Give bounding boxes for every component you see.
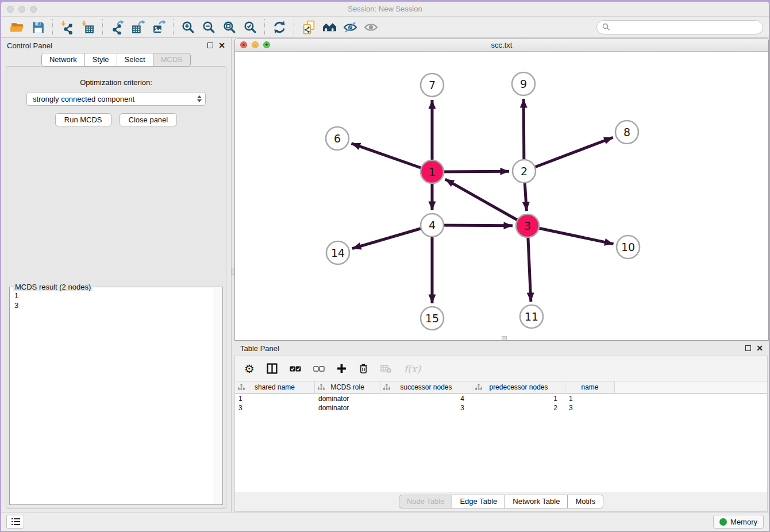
show-all-button[interactable]	[360, 18, 381, 36]
deselect-all-columns-button[interactable]	[313, 366, 325, 372]
task-history-button[interactable]	[6, 515, 24, 529]
search-input[interactable]	[613, 23, 757, 32]
fx-icon: f(x)	[404, 363, 421, 375]
graph-edge-1-6[interactable]	[352, 144, 432, 172]
zoom-selected-icon	[243, 20, 257, 34]
run-mcds-button[interactable]: Run MCDS	[55, 113, 111, 126]
export-table-button[interactable]	[128, 18, 148, 36]
float-panel-icon[interactable]	[207, 43, 213, 48]
toolbar-separator	[52, 19, 53, 35]
tab-node-table[interactable]: Node Table	[399, 495, 453, 508]
tab-select[interactable]: Select	[117, 53, 153, 67]
delete-table-button[interactable]	[380, 364, 392, 373]
save-session-button[interactable]	[28, 18, 48, 36]
create-column-button[interactable]	[337, 364, 346, 373]
toolbar-separator	[102, 19, 103, 35]
table-header: shared name MCDS role	[235, 381, 767, 394]
zoom-out-button[interactable]	[198, 18, 219, 36]
graph-edge-3-10[interactable]	[528, 226, 614, 244]
close-panel-icon[interactable]: ✕	[218, 43, 225, 48]
network-splitter-grip-icon[interactable]	[502, 336, 507, 340]
column-header-name[interactable]: name	[565, 381, 615, 393]
search-field[interactable]	[596, 20, 763, 34]
graph-edge-2-8[interactable]	[524, 137, 613, 171]
criterion-select[interactable]: strongly connected component	[26, 92, 206, 106]
graph-node-2[interactable]: 2	[513, 160, 536, 183]
tab-mcds[interactable]: MCDS	[153, 53, 191, 67]
function-builder-button[interactable]: f(x)	[404, 363, 421, 375]
svg-text:10: 10	[621, 241, 635, 253]
open-session-button[interactable]	[7, 18, 28, 36]
tab-motifs[interactable]: Motifs	[568, 495, 603, 508]
svg-text:14: 14	[331, 246, 345, 259]
zoom-in-button[interactable]	[178, 18, 198, 36]
graph-node-10[interactable]: 10	[617, 236, 640, 259]
graph-node-7[interactable]: 7	[421, 74, 444, 97]
graph-node-15[interactable]: 15	[421, 307, 444, 330]
memory-button[interactable]: Memory	[713, 515, 764, 529]
tab-edge-table[interactable]: Edge Table	[452, 495, 505, 508]
close-panel-button[interactable]: Close panel	[120, 113, 178, 126]
graph-edge-4-14[interactable]	[352, 225, 432, 249]
svg-text:3: 3	[524, 219, 531, 232]
node-table: shared name MCDS role	[235, 381, 767, 492]
table-row[interactable]: 3dominator323	[235, 403, 767, 413]
column-header-filler	[615, 381, 767, 393]
control-panel: Control Panel ✕ Network Style Select MCD…	[1, 38, 231, 512]
mcds-result-list[interactable]: 13	[10, 288, 213, 504]
tab-network[interactable]: Network	[41, 53, 85, 67]
hide-selected-button[interactable]	[340, 18, 360, 36]
app-window: Session: New Session	[0, 0, 770, 532]
table-settings-button[interactable]: ⚙	[244, 363, 255, 375]
column-header-mcds-role[interactable]: MCDS role	[315, 381, 380, 393]
zoom-fit-icon	[222, 20, 237, 34]
column-type-icon	[475, 384, 482, 392]
graph-node-1[interactable]: 1	[421, 160, 444, 183]
graph-node-9[interactable]: 9	[512, 72, 535, 95]
table-mode-button[interactable]	[267, 363, 278, 374]
table-cell: 3	[565, 403, 615, 413]
export-table-icon	[131, 20, 145, 34]
table-row[interactable]: 1dominator411	[235, 394, 767, 403]
eye-slash-icon	[343, 20, 357, 34]
column-header-shared-name[interactable]: shared name	[235, 381, 315, 393]
graph-node-3[interactable]: 3	[516, 214, 539, 237]
split-columns-icon	[267, 363, 278, 374]
graph-node-8[interactable]: 8	[615, 121, 638, 144]
export-network-button[interactable]	[107, 18, 128, 36]
float-table-panel-icon[interactable]	[745, 345, 751, 351]
column-header-predecessor-nodes[interactable]: predecessor nodes	[472, 381, 565, 393]
delete-table-icon	[380, 364, 392, 373]
select-all-columns-button[interactable]	[290, 366, 301, 372]
network-window-titlebar: × – + scc.txt	[235, 38, 768, 52]
graph-node-4[interactable]: 4	[421, 214, 444, 237]
delete-column-button[interactable]	[359, 363, 368, 374]
first-neighbors-button[interactable]	[319, 18, 340, 36]
close-table-panel-icon[interactable]: ✕	[756, 345, 763, 351]
mcds-result-group: MCDS result (2 nodes) 13	[9, 287, 223, 505]
duplicate-network-button[interactable]	[298, 18, 319, 36]
graph-edge-3-1[interactable]	[445, 179, 528, 226]
tab-style[interactable]: Style	[85, 53, 117, 67]
zoom-selected-button[interactable]	[240, 18, 260, 36]
import-table-button[interactable]	[78, 18, 98, 36]
titlebar: Session: New Session	[1, 2, 769, 17]
criterion-select-value: strongly connected component	[33, 95, 134, 103]
zoom-fit-button[interactable]	[219, 18, 240, 36]
column-header-successor-nodes[interactable]: successor nodes	[380, 381, 472, 393]
table-panel: Table Panel ✕ ⚙	[234, 341, 769, 512]
export-image-button[interactable]	[148, 18, 169, 36]
graph-node-6[interactable]: 6	[326, 127, 349, 150]
graph-node-11[interactable]: 11	[520, 305, 543, 328]
tab-network-table[interactable]: Network Table	[505, 495, 568, 508]
window-title: Session: New Session	[1, 5, 769, 13]
refresh-icon	[272, 20, 287, 34]
svg-text:1: 1	[429, 165, 436, 178]
network-canvas[interactable]: 7968124314101511	[235, 52, 768, 340]
result-scrollbar[interactable]	[214, 288, 222, 504]
svg-text:2: 2	[521, 165, 528, 178]
graph-node-14[interactable]: 14	[326, 241, 349, 264]
import-network-button[interactable]	[57, 18, 78, 36]
apply-layout-button[interactable]	[269, 18, 290, 36]
trash-icon	[359, 363, 368, 374]
